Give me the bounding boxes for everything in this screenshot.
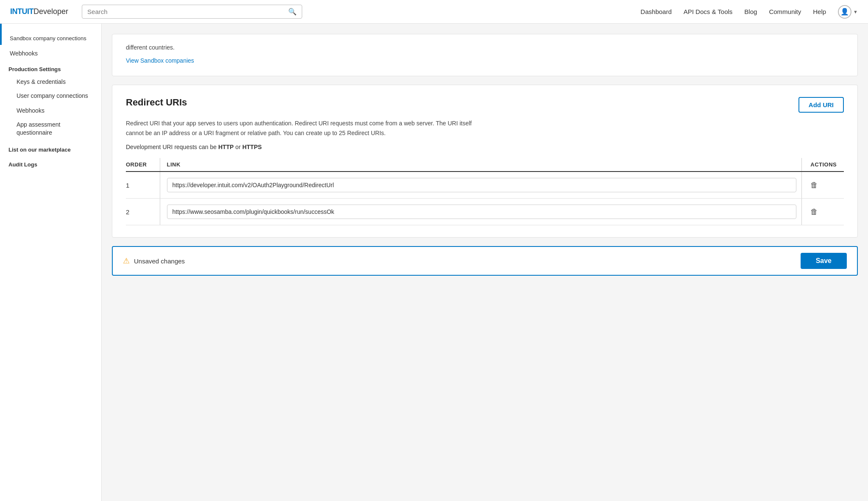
user-menu-button[interactable]: 👤 ▼ <box>838 5 858 19</box>
sidebar-section-production[interactable]: Production Settings <box>0 60 101 75</box>
sidebar-item-sandbox-connections[interactable]: Sandbox company connections <box>0 30 101 47</box>
partial-card-text: different countries. <box>126 43 844 52</box>
row1-delete-button[interactable]: 🗑 <box>809 179 820 191</box>
nav-community[interactable]: Community <box>769 8 801 15</box>
redirect-uris-title: Redirect URIs <box>126 97 187 108</box>
partial-card: different countries. View Sandbox compan… <box>112 34 858 76</box>
search-box: 🔍 <box>82 5 302 19</box>
logo-developer: Developer <box>33 7 68 16</box>
nav-help[interactable]: Help <box>813 8 826 15</box>
save-button[interactable]: Save <box>801 253 847 269</box>
add-uri-button[interactable]: Add URI <box>798 97 844 113</box>
col-actions-header: ACTIONS <box>801 158 844 172</box>
row1-order: 1 <box>126 172 160 199</box>
sidebar-item-keys-credentials[interactable]: Keys & credentials <box>0 75 101 89</box>
uri-table: ORDER LINK ACTIONS 1 🗑 <box>126 158 844 225</box>
layout: Sandbox company connections Webhooks Pro… <box>0 24 868 501</box>
row2-order: 2 <box>126 199 160 225</box>
row1-link-cell <box>160 172 801 199</box>
row1-actions-cell: 🗑 <box>801 172 844 199</box>
dev-uri-note: Development URI requests can be HTTP or … <box>126 144 844 150</box>
sidebar-item-app-assessment[interactable]: App assessment questionnaire <box>0 117 101 141</box>
redirect-uris-description: Redirect URI that your app serves to use… <box>126 119 490 138</box>
search-input[interactable] <box>87 8 288 15</box>
sidebar-section-audit-logs[interactable]: Audit Logs <box>0 155 101 170</box>
col-order-header: ORDER <box>126 158 160 172</box>
main-content: different countries. View Sandbox compan… <box>102 24 868 501</box>
nav-dashboard[interactable]: Dashboard <box>640 8 671 15</box>
chevron-down-icon: ▼ <box>853 9 858 14</box>
search-icon: 🔍 <box>288 8 297 16</box>
header: INTUIT Developer 🔍 Dashboard API Docs & … <box>0 0 868 24</box>
warning-icon: ⚠ <box>123 256 130 266</box>
nav-api-docs[interactable]: API Docs & Tools <box>684 8 733 15</box>
redirect-uris-header: Redirect URIs Add URI <box>126 97 844 113</box>
col-link-header: LINK <box>160 158 801 172</box>
row2-link-cell <box>160 199 801 225</box>
sidebar-item-user-connections[interactable]: User company connections <box>0 89 101 104</box>
search-container: 🔍 <box>82 5 302 19</box>
redirect-uris-card: Redirect URIs Add URI Redirect URI that … <box>112 85 858 238</box>
sidebar: Sandbox company connections Webhooks Pro… <box>0 24 102 501</box>
header-nav: Dashboard API Docs & Tools Blog Communit… <box>640 5 858 19</box>
logo-link[interactable]: INTUIT Developer <box>10 7 68 16</box>
table-row: 2 🗑 <box>126 199 844 225</box>
sidebar-active-indicator <box>0 24 2 45</box>
row1-uri-input[interactable] <box>167 178 796 192</box>
unsaved-changes-bar: ⚠ Unsaved changes Save <box>112 246 858 276</box>
logo-intuit: INTUIT <box>10 7 33 16</box>
sidebar-section-marketplace[interactable]: List on our marketplace <box>0 141 101 155</box>
user-avatar: 👤 <box>838 5 851 19</box>
row2-delete-button[interactable]: 🗑 <box>809 206 820 218</box>
unsaved-text: ⚠ Unsaved changes <box>123 256 185 266</box>
sidebar-item-prod-webhooks[interactable]: Webhooks <box>0 104 101 117</box>
nav-blog[interactable]: Blog <box>744 8 757 15</box>
row2-uri-input[interactable] <box>167 205 796 219</box>
unsaved-message: Unsaved changes <box>134 257 185 265</box>
sidebar-item-sandbox-webhooks[interactable]: Webhooks <box>0 47 101 60</box>
table-row: 1 🗑 <box>126 172 844 199</box>
view-sandbox-companies-link[interactable]: View Sandbox companies <box>126 57 194 64</box>
row2-actions-cell: 🗑 <box>801 199 844 225</box>
